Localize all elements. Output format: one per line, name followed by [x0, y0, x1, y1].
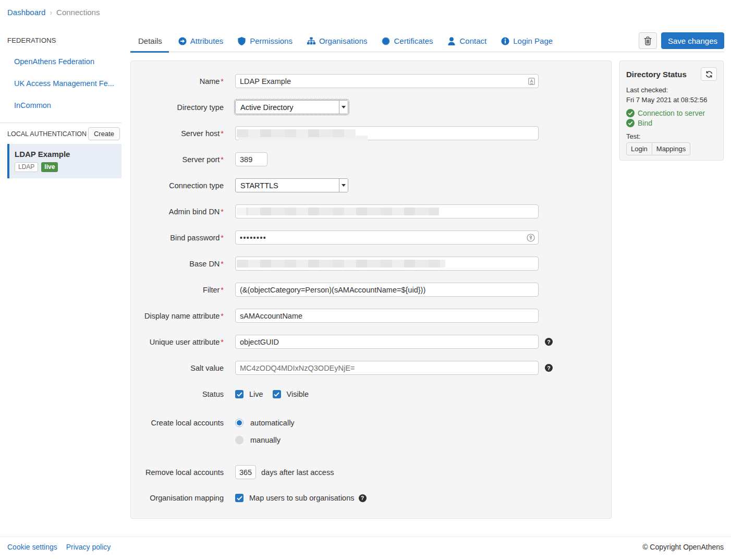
last-checked-value: Fri 7 May 2021 at 08:52:56 — [626, 96, 717, 104]
name-label: Name* — [131, 77, 224, 86]
bind-password-label: Bind password* — [131, 234, 224, 242]
connection-type-select[interactable]: STARTTLS — [235, 178, 348, 192]
breadcrumb-current: Connections — [56, 8, 100, 17]
form-row-display-name-attribute: Display name attribute* sAMAccountName — [131, 309, 611, 323]
base-dn-label: Base DN* — [131, 260, 224, 268]
sidebar-item-ldap-example[interactable]: LDAP Example LDAP live — [7, 144, 121, 178]
required-asterisk: * — [221, 260, 224, 268]
local-authentication-section-title: LOCAL AUTHENTICATION — [7, 130, 87, 138]
user-icon — [448, 37, 456, 45]
bind-password-input[interactable]: •••••••• — [235, 230, 539, 245]
required-asterisk: * — [221, 129, 224, 138]
form-row-admin-bind-dn: Admin bind DN* — [131, 204, 611, 218]
manually-radio[interactable] — [235, 436, 243, 444]
help-icon[interactable]: ? — [545, 364, 553, 372]
connection-live-badge: live — [41, 162, 58, 172]
local-authentication-header: LOCAL AUTHENTICATION Create — [0, 123, 121, 144]
refresh-button[interactable] — [701, 67, 717, 81]
check-circle-icon — [626, 119, 635, 127]
required-asterisk: * — [221, 208, 224, 216]
display-name-attribute-input[interactable]: sAMAccountName — [235, 309, 539, 323]
test-mappings-button[interactable]: Mappings — [652, 142, 690, 155]
trash-icon — [644, 36, 652, 45]
tab-certificates[interactable]: Certificates — [376, 31, 438, 52]
map-users-checkbox[interactable] — [235, 494, 243, 502]
tab-attributes[interactable]: Attributes — [173, 31, 228, 52]
tab-permissions[interactable]: Permissions — [233, 31, 298, 52]
tab-details[interactable]: Details — [130, 31, 169, 52]
password-key-icon[interactable] — [527, 234, 535, 242]
directory-status-panel: Directory Status Last checked: Fri 7 May… — [619, 60, 724, 161]
sitemap-icon — [307, 37, 315, 45]
create-button[interactable]: Create — [88, 127, 120, 140]
unique-user-attribute-input[interactable]: objectGUID — [235, 335, 539, 349]
redacted-value — [237, 129, 356, 137]
cookie-settings-link[interactable]: Cookie settings — [7, 543, 57, 551]
refresh-icon — [705, 71, 713, 78]
delete-button[interactable] — [639, 32, 657, 49]
required-asterisk: * — [221, 338, 224, 346]
create-local-accounts-label: Create local accounts — [131, 419, 224, 427]
select-arrow-icon — [339, 179, 348, 192]
base-dn-input[interactable] — [235, 257, 539, 271]
admin-bind-dn-label: Admin bind DN* — [131, 208, 224, 216]
tab-attributes-label: Attributes — [190, 36, 223, 45]
autofill-icon[interactable] — [528, 78, 535, 85]
redacted-value — [237, 208, 439, 215]
form-row-salt-value: Salt value MC4zODQ4MDIxNzQ3ODEyNjE= ? — [131, 361, 611, 375]
content-row: Name* LDAP Example Directory type Active… — [130, 60, 724, 519]
check-circle-icon — [626, 109, 635, 117]
remove-days-suffix: days after last access — [261, 468, 334, 477]
connection-type-value: STARTTLS — [236, 181, 339, 190]
test-login-button[interactable]: Login — [626, 142, 652, 155]
sidebar-item-uk-access-management[interactable]: UK Access Management Fe... — [0, 72, 121, 94]
select-arrow-icon — [339, 101, 348, 114]
server-host-input[interactable] — [235, 126, 539, 140]
form-row-name: Name* LDAP Example — [131, 74, 611, 88]
breadcrumb-dashboard-link[interactable]: Dashboard — [7, 8, 45, 17]
form-row-status: Status Live Visible — [131, 390, 611, 398]
form-row-unique-user-attribute: Unique user attribute* objectGUID ? — [131, 335, 611, 349]
salt-value-input[interactable]: MC4zODQ4MDIxNzQ3ODEyNjE= — [235, 361, 539, 375]
connection-name: LDAP Example — [15, 150, 115, 159]
arrow-circle-right-icon — [178, 37, 187, 45]
form-row-bind-password: Bind password* •••••••• — [131, 230, 611, 245]
organisation-mapping-label: Organisation mapping — [131, 494, 224, 502]
salt-value-label: Salt value — [131, 364, 224, 372]
redacted-value — [237, 260, 445, 267]
help-icon[interactable]: ? — [359, 494, 367, 502]
shield-icon — [238, 37, 246, 45]
tab-actions: Save changes — [639, 32, 724, 49]
tab-login-page-label: Login Page — [513, 36, 553, 45]
automatically-radio[interactable] — [235, 419, 243, 427]
form-row-server-host: Server host* — [131, 126, 611, 140]
tab-login-page[interactable]: Login Page — [496, 31, 558, 52]
server-port-input[interactable]: 389 — [235, 152, 267, 166]
test-label: Test: — [626, 132, 717, 140]
form-row-remove-local-accounts: Remove local accounts 365 days after las… — [131, 465, 611, 479]
directory-type-value: Active Directory — [236, 103, 339, 112]
live-checkbox[interactable] — [235, 390, 243, 398]
required-asterisk: * — [221, 286, 224, 294]
filter-input[interactable]: (&(objectCategory=Person)(sAMAccountName… — [235, 283, 539, 297]
save-button[interactable]: Save changes — [661, 32, 724, 49]
status-check-connection: Connection to server — [626, 109, 717, 117]
test-button-group: Login Mappings — [626, 142, 690, 155]
sidebar-item-openathens-federation[interactable]: OpenAthens Federation — [0, 51, 121, 72]
name-input[interactable]: LDAP Example — [235, 74, 539, 88]
tab-contact[interactable]: Contact — [443, 31, 492, 52]
required-asterisk: * — [221, 77, 224, 86]
remove-days-input[interactable]: 365 — [235, 465, 256, 479]
connection-type-label: Connection type — [131, 181, 224, 190]
help-icon[interactable]: ? — [545, 338, 553, 346]
admin-bind-dn-input[interactable] — [235, 204, 539, 218]
display-name-attribute-label: Display name attribute* — [131, 312, 224, 320]
sidebar-item-incommon[interactable]: InCommon — [0, 94, 121, 116]
visible-checkbox[interactable] — [273, 390, 281, 398]
tab-organisations[interactable]: Organisations — [302, 31, 373, 52]
filter-label: Filter* — [131, 286, 224, 294]
directory-type-select[interactable]: Active Directory — [235, 100, 348, 114]
info-circle-icon — [501, 37, 509, 45]
footer: Cookie settings Privacy policy © Copyrig… — [0, 537, 731, 551]
privacy-policy-link[interactable]: Privacy policy — [66, 543, 111, 551]
